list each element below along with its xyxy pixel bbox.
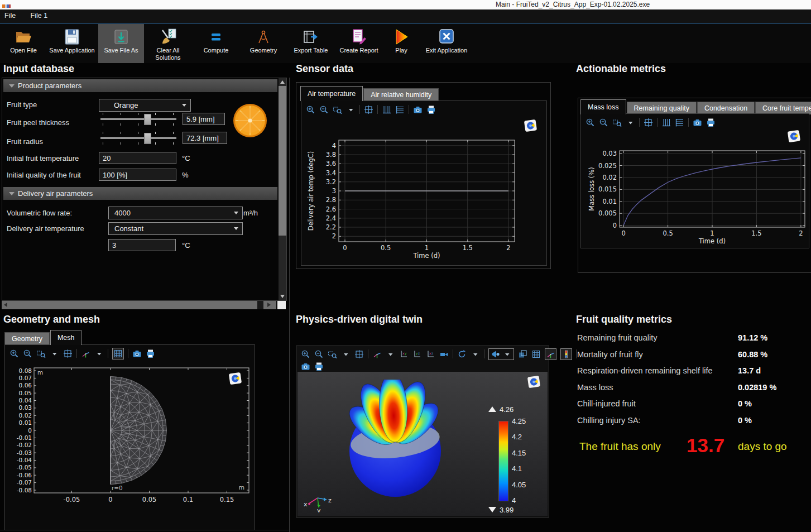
fruit-type-dropdown[interactable]: Orange (99, 99, 191, 112)
axis-orientation-toggle-active[interactable] (545, 348, 556, 360)
clear-all-solutions-icon (159, 28, 177, 46)
initial-quality-input[interactable]: 100 [%] (99, 169, 176, 181)
caret-down-icon[interactable] (341, 349, 351, 359)
zoom-out-icon[interactable] (23, 349, 32, 358)
slider-track (100, 137, 176, 139)
printer-icon[interactable] (314, 362, 324, 371)
metrics-tab-condensation[interactable]: Condensation (697, 102, 755, 114)
scene-light-icon[interactable] (491, 349, 500, 359)
slider-tick (103, 113, 103, 115)
digital-twin-scene[interactable]: 4.26 4.254.24.154.14.054 3.99 x y z (297, 372, 548, 516)
grid-icon[interactable] (531, 349, 541, 359)
fruit-peel-thickness-slider[interactable] (100, 112, 176, 126)
caret-down-icon[interactable] (50, 349, 59, 358)
view-xy-icon[interactable]: xy (399, 349, 409, 359)
metrics-tab-remaining-quality[interactable]: Remaining quality (627, 102, 697, 114)
geometry-tab-mesh[interactable]: Mesh (50, 330, 82, 345)
caret-down-icon[interactable] (626, 118, 635, 127)
collapse-icon (9, 192, 15, 195)
transparency-icon[interactable] (518, 349, 527, 359)
axis-triad-icon[interactable] (372, 349, 382, 359)
zoom-extents-icon[interactable] (354, 349, 364, 359)
slider-handle[interactable] (144, 133, 151, 144)
vertical-scrollbar[interactable] (279, 78, 286, 300)
zoom-extents-icon[interactable] (364, 105, 373, 114)
initial-fruit-temperature-input[interactable]: 20 (99, 152, 176, 164)
zoom-box-icon[interactable] (328, 349, 337, 359)
axis-orientation-toggle-icon[interactable] (546, 349, 555, 359)
fruit-radius-slider[interactable] (100, 131, 176, 145)
camera-icon[interactable] (301, 362, 310, 371)
save-application-button[interactable]: Save Application (46, 24, 98, 63)
grid-toggle-icon[interactable] (113, 349, 123, 358)
zoom-out-icon[interactable] (314, 349, 324, 359)
horizontal-scrollbar[interactable] (2, 301, 276, 309)
metric-label: Chilling injury SA: (577, 416, 641, 425)
view-yz-icon[interactable]: yz (412, 349, 422, 359)
sensor-chart[interactable]: 00.511.5222.22.42.62.833.23.43.63.84Time… (301, 116, 545, 265)
color-legend-toggle-active[interactable] (560, 348, 572, 360)
save-file-as-button[interactable]: Save File As (98, 24, 144, 63)
play-button[interactable]: Play (383, 24, 420, 63)
massloss-chart[interactable]: 00.511.5200.0050.010.0150.020.0250.03Tim… (581, 128, 809, 247)
x-gridlines-icon[interactable] (382, 105, 391, 114)
zoom-in-icon[interactable] (301, 349, 310, 359)
caret-down-icon[interactable] (471, 349, 480, 359)
axis-triad-icon[interactable] (81, 349, 90, 358)
x-gridlines-icon[interactable] (661, 118, 671, 127)
slider-handle[interactable] (144, 114, 151, 125)
camera-icon[interactable] (413, 105, 423, 114)
camera-icon[interactable] (693, 118, 702, 127)
printer-icon[interactable] (426, 105, 436, 114)
slider-tick (121, 113, 121, 115)
y-gridlines-icon[interactable] (395, 105, 405, 114)
scene-light-group[interactable] (488, 348, 514, 360)
menu-file[interactable]: File (0, 9, 22, 20)
printer-icon[interactable] (706, 118, 716, 127)
perspective-icon[interactable] (439, 349, 449, 359)
caret-down-icon[interactable] (386, 349, 395, 359)
fruit-peel-thickness-value[interactable]: 5.9 [mm] (183, 113, 225, 125)
create-report-button[interactable]: Create Report (335, 24, 383, 63)
export-table-button[interactable]: Export Table (287, 24, 335, 63)
rotate-icon[interactable] (457, 349, 467, 359)
zoom-out-icon[interactable] (319, 105, 329, 114)
view-xz-icon[interactable]: xz (426, 349, 435, 359)
zoom-box-icon[interactable] (333, 105, 342, 114)
zoom-in-icon[interactable] (306, 105, 315, 114)
grid-toggle-active[interactable] (112, 348, 124, 360)
zoom-out-icon[interactable] (599, 118, 608, 127)
metric-value: 0 % (738, 416, 752, 425)
delivery-air-parameters-header[interactable]: Delivery air parameters (3, 187, 277, 200)
menu-file-1[interactable]: File 1 (25, 9, 54, 20)
constant-temperature-input[interactable]: 3 (108, 239, 176, 251)
zoom-box-icon[interactable] (36, 349, 46, 358)
zoom-in-icon[interactable] (9, 349, 19, 358)
zoom-box-icon[interactable] (612, 118, 622, 127)
clear-all-solutions-button[interactable]: Clear All Solutions (144, 24, 192, 63)
compute-button[interactable]: Compute (192, 24, 240, 63)
y-gridlines-icon[interactable] (675, 118, 684, 127)
volumetric-flow-rate-dropdown[interactable]: 4000 (108, 207, 243, 219)
zoom-in-icon[interactable] (586, 118, 595, 127)
sensor-tab-air-relative-humidity[interactable]: Air relative humidity (363, 88, 439, 101)
metrics-tab-mass-loss[interactable]: Mass loss (580, 99, 626, 114)
delivery-air-temperature-dropdown[interactable]: Constant (108, 222, 243, 235)
geometry-tab-geometry[interactable]: Geometry (4, 332, 50, 345)
caret-down-icon[interactable] (346, 105, 356, 114)
exit-application-button[interactable]: Exit Application (420, 24, 473, 63)
printer-icon[interactable] (146, 349, 155, 358)
zoom-extents-icon[interactable] (63, 349, 73, 358)
metrics-tab-core-fruit-temperature[interactable]: Core fruit temperature (755, 102, 811, 114)
caret-down-icon[interactable] (94, 349, 104, 358)
product-parameters-header[interactable]: Product parameters (3, 79, 277, 92)
geometry-button[interactable]: Geometry (240, 24, 287, 63)
color-legend-toggle-icon[interactable] (562, 349, 571, 359)
camera-icon[interactable] (132, 349, 142, 358)
open-file-button[interactable]: Open File (1, 24, 46, 63)
zoom-extents-icon[interactable] (644, 118, 653, 127)
fruit-radius-value[interactable]: 72.3 [mm] (183, 132, 227, 144)
scene-light-dropdown-icon[interactable] (502, 349, 512, 359)
sensor-tab-air-temperature[interactable]: Air temperature (300, 86, 363, 101)
mesh-plot[interactable]: -0.0500.050.10.150.080.070.060.050.040.0… (5, 361, 253, 528)
